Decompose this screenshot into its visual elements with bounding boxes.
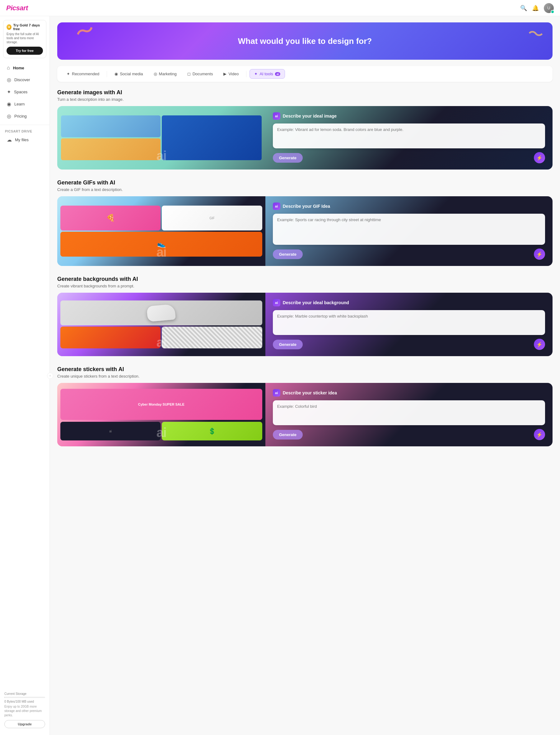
card-footer-backgrounds: Generate ⚡ (273, 339, 545, 350)
ai-tools-tab-icon: ✦ (254, 72, 258, 76)
generate-stickers-section: Generate stickers with AI Create unique … (57, 366, 553, 446)
generate-backgrounds-button[interactable]: Generate (273, 340, 303, 349)
tab-marketing[interactable]: ◎ Marketing (149, 69, 181, 78)
storage-bar-fill (4, 697, 5, 698)
gif-preview-2: GIF (162, 206, 262, 231)
tab-recommended[interactable]: ✦ Recommended (62, 69, 104, 78)
magic-wand-icon-bg: ⚡ (536, 342, 543, 348)
hero-banner: 〜 〜 What would you like to design for? (57, 22, 553, 60)
magic-wand-button-gifs[interactable]: ⚡ (534, 249, 545, 260)
generate-gifs-section: Generate GIFs with AI Create a GIF from … (57, 180, 553, 266)
section-title-gifs: Generate GIFs with AI (57, 180, 553, 186)
generate-gifs-button[interactable]: Generate (273, 250, 303, 259)
tab-divider-1 (107, 71, 107, 77)
section-subtitle-images: Turn a text description into an image. (57, 97, 553, 102)
card-footer-images: Generate ⚡ (273, 152, 545, 163)
magic-wand-icon-gif: ⚡ (536, 251, 543, 257)
sidebar-divider (0, 125, 49, 125)
hero-title: What would you like to design for? (238, 36, 372, 46)
generate-stickers-button[interactable]: Generate (273, 430, 303, 439)
sidebar-collapse-button[interactable]: ‹ (47, 372, 53, 379)
generate-stickers-card: Cyber Monday SUPER SALE ai 💲 ai ai Descr… (57, 383, 553, 446)
ai-tools-badge: ai (275, 72, 281, 76)
bg-preview-3 (162, 327, 262, 349)
card-left-stickers: Cyber Monday SUPER SALE ai 💲 ai (57, 383, 265, 446)
generate-gifs-card: 🍕 GIF 👟 ai ai Describe your GIF Idea Gen… (57, 196, 553, 266)
try-for-free-button[interactable]: Try for free (7, 47, 43, 55)
documents-tab-icon: ◻ (187, 72, 191, 76)
card-header-backgrounds: ai Describe your ideal background (273, 299, 545, 307)
gold-promo-desc: Enjoy the full suite of AI tools and ton… (7, 32, 43, 44)
storage-used-label: 0 Bytes/100 MB used (4, 700, 45, 703)
sidebar-item-pricing[interactable]: ◎ Pricing (2, 110, 48, 122)
card-left-backgrounds: ai (57, 293, 265, 356)
generate-backgrounds-card: ai ai Describe your ideal background Gen… (57, 293, 553, 356)
sidebar-item-home[interactable]: ⌂ Home (2, 62, 48, 73)
generate-backgrounds-section: Generate backgrounds with AI Create vibr… (57, 276, 553, 356)
spaces-icon: ✦ (7, 89, 11, 95)
storage-label: Current Storage (4, 692, 45, 695)
recommended-tab-icon: ✦ (67, 72, 70, 76)
bg-preview-1 (60, 301, 262, 326)
magic-wand-button-backgrounds[interactable]: ⚡ (534, 339, 545, 350)
sidebar-item-spaces[interactable]: ✦ Spaces (2, 86, 48, 98)
collage-img-1 (61, 115, 161, 137)
magic-wand-button-images[interactable]: ⚡ (534, 152, 545, 163)
collage-img-2 (162, 115, 261, 160)
sidebar-item-discover[interactable]: ◎ Discover (2, 74, 48, 86)
search-button[interactable]: 🔍 (520, 5, 527, 12)
section-subtitle-backgrounds: Create vibrant backgrounds from a prompt… (57, 284, 553, 288)
sidebar-item-learn[interactable]: ◉ Learn (2, 98, 48, 110)
app-body: ★ Try Gold 7 days free Enjoy the full su… (0, 16, 560, 735)
topbar: Picsart 🔍 🔔 U (0, 0, 560, 16)
card-header-label-images: Describe your ideal image (283, 114, 337, 119)
avatar[interactable]: U (544, 3, 554, 13)
gif-description-input[interactable] (273, 214, 545, 245)
card-header-label-backgrounds: Describe your ideal background (283, 300, 349, 305)
magic-wand-button-stickers[interactable]: ⚡ (534, 429, 545, 440)
sticker-preview-2: ai (60, 422, 161, 440)
main-content: 〜 〜 What would you like to design for? ✦… (50, 16, 560, 735)
sticker-description-input[interactable] (273, 400, 545, 425)
image-description-input[interactable] (273, 124, 545, 148)
storage-section: Current Storage 0 Bytes/100 MB used Enjo… (0, 689, 49, 731)
tab-ai-tools[interactable]: ✦ AI tools ai (250, 69, 285, 79)
video-tab-icon: ▶ (223, 72, 226, 76)
card-header-stickers: ai Describe your sticker idea (273, 389, 545, 396)
section-title-backgrounds: Generate backgrounds with AI (57, 276, 553, 283)
storage-bar-background (4, 697, 45, 698)
notification-button[interactable]: 🔔 (532, 5, 539, 12)
tab-documents[interactable]: ◻ Documents (183, 69, 217, 78)
background-description-input[interactable] (273, 310, 545, 335)
gold-promo-card: ★ Try Gold 7 days free Enjoy the full su… (3, 20, 46, 58)
tab-bar: ✦ Recommended ◉ Social media ◎ Marketing… (57, 66, 553, 82)
card-header-images: ai Describe your ideal image (273, 112, 545, 120)
card-footer-gifs: Generate ⚡ (273, 249, 545, 260)
sticker-preview-1: Cyber Monday SUPER SALE (60, 389, 262, 420)
card-right-gifs: ai Describe your GIF Idea Generate ⚡ (265, 196, 553, 266)
gif-preview-1: 🍕 (60, 206, 161, 231)
bg-preview-2 (60, 327, 161, 349)
magic-wand-icon: ⚡ (536, 155, 543, 161)
avatar-initials: U (547, 6, 550, 10)
tab-video[interactable]: ▶ Video (219, 69, 243, 78)
generate-images-section: Generate images with AI Turn a text desc… (57, 89, 553, 170)
generate-images-card: ai ai Describe your ideal image Generate… (57, 106, 553, 170)
avatar-status-badge (551, 10, 554, 14)
upgrade-button[interactable]: Upgrade (4, 720, 45, 728)
gold-promo-title: ★ Try Gold 7 days free (7, 23, 43, 31)
images-collage (57, 112, 265, 164)
hero-squiggle-left: 〜 (72, 22, 98, 47)
generate-images-button[interactable]: Generate (273, 153, 303, 163)
hero-squiggle-right: 〜 (526, 23, 545, 46)
section-subtitle-stickers: Create unique stickers from a text descr… (57, 374, 553, 378)
section-title-images: Generate images with AI (57, 89, 553, 96)
social-media-tab-icon: ◉ (114, 72, 118, 76)
pricing-icon: ◎ (7, 113, 11, 119)
gold-icon: ★ (7, 24, 12, 30)
card-ai-icon-stickers: ai (273, 389, 280, 396)
tab-social-media[interactable]: ◉ Social media (110, 69, 147, 78)
topbar-right: 🔍 🔔 U (520, 3, 554, 13)
card-ai-icon-images: ai (273, 112, 280, 120)
sidebar-item-my-files[interactable]: ☁ My files (2, 134, 48, 146)
